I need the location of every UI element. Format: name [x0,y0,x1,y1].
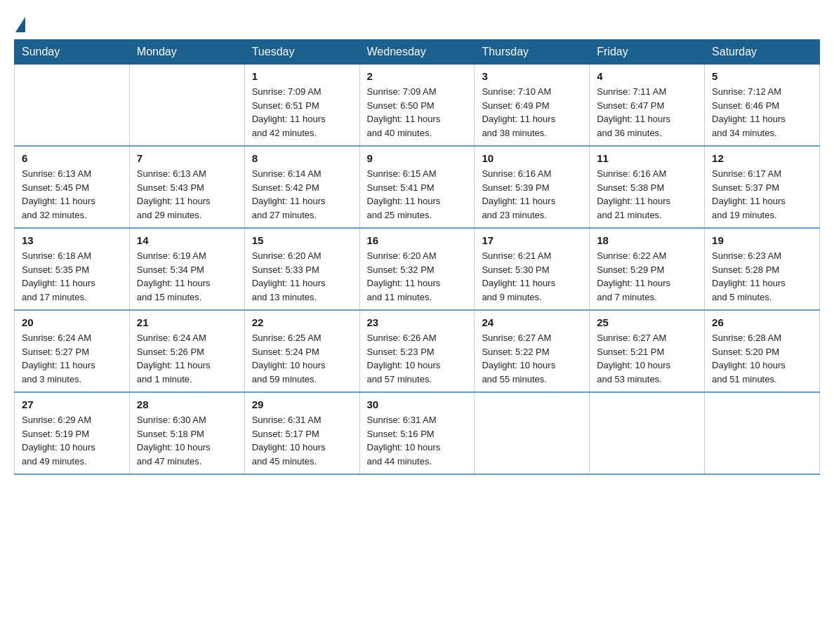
day-info: Sunrise: 6:24 AM Sunset: 5:27 PM Dayligh… [22,331,122,386]
day-info: Sunrise: 7:09 AM Sunset: 6:51 PM Dayligh… [252,85,352,140]
calendar-cell: 19Sunrise: 6:23 AM Sunset: 5:28 PM Dayli… [705,228,820,310]
day-info: Sunrise: 6:31 AM Sunset: 5:17 PM Dayligh… [252,413,352,468]
weekday-header-wednesday: Wednesday [359,40,475,65]
day-number: 25 [597,316,697,328]
calendar-cell: 6Sunrise: 6:13 AM Sunset: 5:45 PM Daylig… [15,146,130,228]
calendar-cell: 8Sunrise: 6:14 AM Sunset: 5:42 PM Daylig… [244,146,359,228]
page-header [14,14,820,31]
day-number: 20 [22,316,122,328]
calendar-week-5: 27Sunrise: 6:29 AM Sunset: 5:19 PM Dayli… [15,392,820,474]
day-info: Sunrise: 6:29 AM Sunset: 5:19 PM Dayligh… [22,413,122,468]
calendar-cell: 15Sunrise: 6:20 AM Sunset: 5:33 PM Dayli… [244,228,359,310]
calendar-cell: 4Sunrise: 7:11 AM Sunset: 6:47 PM Daylig… [590,65,705,147]
calendar-cell: 7Sunrise: 6:13 AM Sunset: 5:43 PM Daylig… [129,146,244,228]
day-info: Sunrise: 6:26 AM Sunset: 5:23 PM Dayligh… [367,331,468,386]
day-info: Sunrise: 6:23 AM Sunset: 5:28 PM Dayligh… [712,249,812,304]
calendar-cell: 16Sunrise: 6:20 AM Sunset: 5:32 PM Dayli… [359,228,475,310]
day-number: 2 [367,70,468,82]
calendar-cell: 12Sunrise: 6:17 AM Sunset: 5:37 PM Dayli… [705,146,820,228]
day-number: 7 [137,152,237,164]
day-info: Sunrise: 7:11 AM Sunset: 6:47 PM Dayligh… [597,85,697,140]
day-number: 13 [22,234,122,246]
calendar-cell: 29Sunrise: 6:31 AM Sunset: 5:17 PM Dayli… [244,392,359,474]
weekday-header-row: SundayMondayTuesdayWednesdayThursdayFrid… [15,40,820,65]
calendar-table: SundayMondayTuesdayWednesdayThursdayFrid… [14,39,820,475]
day-info: Sunrise: 6:18 AM Sunset: 5:35 PM Dayligh… [22,249,122,304]
calendar-cell [129,65,244,147]
calendar-cell: 18Sunrise: 6:22 AM Sunset: 5:29 PM Dayli… [590,228,705,310]
day-info: Sunrise: 6:16 AM Sunset: 5:39 PM Dayligh… [482,167,582,222]
day-number: 18 [597,234,697,246]
calendar-cell: 14Sunrise: 6:19 AM Sunset: 5:34 PM Dayli… [129,228,244,310]
day-number: 3 [482,70,582,82]
day-number: 1 [252,70,352,82]
calendar-cell [15,65,130,147]
day-number: 15 [252,234,352,246]
calendar-week-4: 20Sunrise: 6:24 AM Sunset: 5:27 PM Dayli… [15,310,820,392]
day-number: 6 [22,152,122,164]
day-info: Sunrise: 6:20 AM Sunset: 5:33 PM Dayligh… [252,249,352,304]
weekday-header-monday: Monday [129,40,244,65]
weekday-header-thursday: Thursday [475,40,590,65]
day-info: Sunrise: 6:27 AM Sunset: 5:22 PM Dayligh… [482,331,582,386]
calendar-cell: 30Sunrise: 6:31 AM Sunset: 5:16 PM Dayli… [359,392,475,474]
day-info: Sunrise: 6:31 AM Sunset: 5:16 PM Dayligh… [367,413,468,468]
day-number: 29 [252,398,352,410]
calendar-cell: 3Sunrise: 7:10 AM Sunset: 6:49 PM Daylig… [475,65,590,147]
calendar-cell: 5Sunrise: 7:12 AM Sunset: 6:46 PM Daylig… [705,65,820,147]
day-number: 10 [482,152,582,164]
day-info: Sunrise: 6:21 AM Sunset: 5:30 PM Dayligh… [482,249,582,304]
day-info: Sunrise: 6:30 AM Sunset: 5:18 PM Dayligh… [137,413,237,468]
calendar-cell: 13Sunrise: 6:18 AM Sunset: 5:35 PM Dayli… [15,228,130,310]
day-number: 26 [712,316,812,328]
day-info: Sunrise: 6:13 AM Sunset: 5:45 PM Dayligh… [22,167,122,222]
day-info: Sunrise: 6:28 AM Sunset: 5:20 PM Dayligh… [712,331,812,386]
day-info: Sunrise: 7:12 AM Sunset: 6:46 PM Dayligh… [712,85,812,140]
day-number: 28 [137,398,237,410]
day-info: Sunrise: 7:09 AM Sunset: 6:50 PM Dayligh… [367,85,468,140]
day-info: Sunrise: 6:22 AM Sunset: 5:29 PM Dayligh… [597,249,697,304]
calendar-cell: 24Sunrise: 6:27 AM Sunset: 5:22 PM Dayli… [475,310,590,392]
calendar-cell: 20Sunrise: 6:24 AM Sunset: 5:27 PM Dayli… [15,310,130,392]
calendar-cell: 23Sunrise: 6:26 AM Sunset: 5:23 PM Dayli… [359,310,475,392]
day-number: 24 [482,316,582,328]
calendar-cell: 10Sunrise: 6:16 AM Sunset: 5:39 PM Dayli… [475,146,590,228]
day-info: Sunrise: 6:19 AM Sunset: 5:34 PM Dayligh… [137,249,237,304]
day-number: 22 [252,316,352,328]
calendar-cell: 9Sunrise: 6:15 AM Sunset: 5:41 PM Daylig… [359,146,475,228]
calendar-cell: 26Sunrise: 6:28 AM Sunset: 5:20 PM Dayli… [705,310,820,392]
day-number: 30 [367,398,468,410]
day-info: Sunrise: 7:10 AM Sunset: 6:49 PM Dayligh… [482,85,582,140]
day-number: 14 [137,234,237,246]
calendar-cell: 22Sunrise: 6:25 AM Sunset: 5:24 PM Dayli… [244,310,359,392]
calendar-cell: 28Sunrise: 6:30 AM Sunset: 5:18 PM Dayli… [129,392,244,474]
day-info: Sunrise: 6:24 AM Sunset: 5:26 PM Dayligh… [137,331,237,386]
calendar-cell [705,392,820,474]
calendar-week-3: 13Sunrise: 6:18 AM Sunset: 5:35 PM Dayli… [15,228,820,310]
weekday-header-sunday: Sunday [15,40,130,65]
day-info: Sunrise: 6:27 AM Sunset: 5:21 PM Dayligh… [597,331,697,386]
day-number: 12 [712,152,812,164]
calendar-cell: 17Sunrise: 6:21 AM Sunset: 5:30 PM Dayli… [475,228,590,310]
day-info: Sunrise: 6:25 AM Sunset: 5:24 PM Dayligh… [252,331,352,386]
logo [14,14,37,31]
calendar-cell [475,392,590,474]
day-number: 5 [712,70,812,82]
day-number: 9 [367,152,468,164]
day-info: Sunrise: 6:17 AM Sunset: 5:37 PM Dayligh… [712,167,812,222]
calendar-cell: 21Sunrise: 6:24 AM Sunset: 5:26 PM Dayli… [129,310,244,392]
calendar-cell: 1Sunrise: 7:09 AM Sunset: 6:51 PM Daylig… [244,65,359,147]
weekday-header-friday: Friday [590,40,705,65]
day-number: 11 [597,152,697,164]
day-info: Sunrise: 6:15 AM Sunset: 5:41 PM Dayligh… [367,167,468,222]
day-number: 17 [482,234,582,246]
day-number: 21 [137,316,237,328]
day-info: Sunrise: 6:14 AM Sunset: 5:42 PM Dayligh… [252,167,352,222]
day-info: Sunrise: 6:20 AM Sunset: 5:32 PM Dayligh… [367,249,468,304]
calendar-cell [590,392,705,474]
calendar-cell: 11Sunrise: 6:16 AM Sunset: 5:38 PM Dayli… [590,146,705,228]
calendar-cell: 25Sunrise: 6:27 AM Sunset: 5:21 PM Dayli… [590,310,705,392]
day-number: 23 [367,316,468,328]
calendar-cell: 27Sunrise: 6:29 AM Sunset: 5:19 PM Dayli… [15,392,130,474]
calendar-week-1: 1Sunrise: 7:09 AM Sunset: 6:51 PM Daylig… [15,65,820,147]
